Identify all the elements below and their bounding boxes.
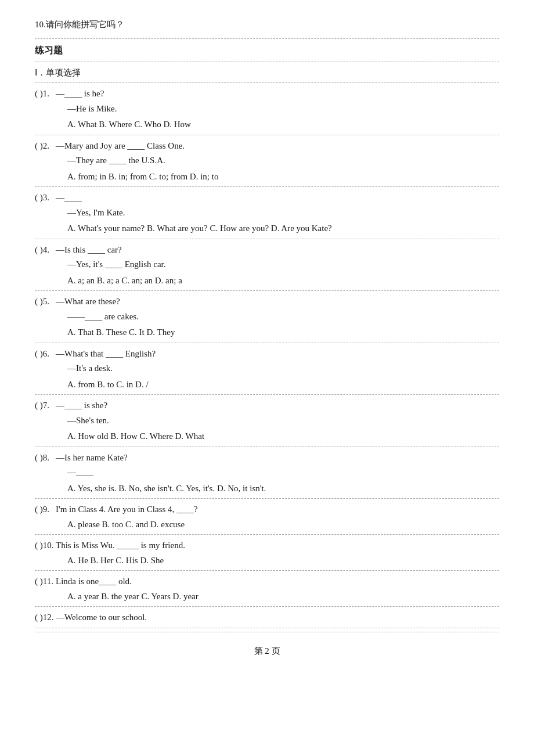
question-text-4: —Is this ____ car? bbox=[56, 243, 499, 258]
page-footer: 第 2 页 bbox=[35, 644, 499, 659]
question-divider-5 bbox=[35, 343, 499, 343]
question-line-10: ( )10.This is Miss Wu. _____ is my frien… bbox=[35, 538, 499, 553]
answer-line-3: —Yes, I'm Kate. bbox=[35, 206, 499, 221]
options-line-10: A. He B. Her C. His D. She bbox=[35, 553, 499, 568]
question-block-4: ( )4.—Is this ____ car?—Yes, it's ____ E… bbox=[35, 243, 499, 289]
divider-1 bbox=[35, 38, 499, 39]
answer-line-4: —Yes, it's ____ English car. bbox=[35, 257, 499, 272]
question-divider-7 bbox=[35, 447, 499, 447]
options-line-11: A. a year B. the year C. Years D. year bbox=[35, 589, 499, 604]
answer-line-6: —It's a desk. bbox=[35, 361, 499, 376]
options-line-7: A. How old B. How C. Where D. What bbox=[35, 429, 499, 444]
question-block-5: ( )5.—What are these?——____ are cakes.A.… bbox=[35, 294, 499, 340]
question-line-7: ( )7.—____ is she? bbox=[35, 398, 499, 413]
question-line-8: ( )8.—Is her name Kate? bbox=[35, 451, 499, 466]
top-question: 10.请问你能拼写它吗？ bbox=[35, 17, 499, 33]
question-block-6: ( )6.—What's that ____ English?—It's a d… bbox=[35, 347, 499, 393]
question-num-8: ( )8. bbox=[35, 451, 56, 466]
question-divider-12 bbox=[35, 628, 499, 628]
question-text-6: —What's that ____ English? bbox=[56, 347, 499, 362]
question-num-11: ( )11. bbox=[35, 574, 56, 589]
answer-line-7: —She's ten. bbox=[35, 413, 499, 429]
question-line-3: ( )3.—____ bbox=[35, 190, 499, 206]
question-num-3: ( )3. bbox=[35, 190, 56, 206]
question-divider-11 bbox=[35, 606, 499, 607]
question-line-9: ( )9.I'm in Class 4. Are you in Class 4,… bbox=[35, 502, 499, 517]
answer-line-1: —He is Mike. bbox=[35, 102, 499, 117]
question-text-7: —____ is she? bbox=[56, 398, 499, 413]
question-block-1: ( )1.—____ is he?—He is Mike.A. What B. … bbox=[35, 87, 499, 132]
answer-line-2: —They are ____ the U.S.A. bbox=[35, 153, 499, 168]
options-line-1: A. What B. Where C. Who D. How bbox=[35, 117, 499, 132]
question-text-5: —What are these? bbox=[56, 294, 499, 309]
question-divider-4 bbox=[35, 290, 499, 291]
question-text-3: —____ bbox=[56, 190, 499, 206]
questions-container: ( )1.—____ is he?—He is Mike.A. What B. … bbox=[35, 87, 499, 628]
question-divider-9 bbox=[35, 534, 499, 535]
question-line-6: ( )6.—What's that ____ English? bbox=[35, 347, 499, 362]
question-text-12: —Welcome to our school. bbox=[56, 610, 499, 625]
question-line-5: ( )5.—What are these? bbox=[35, 294, 499, 309]
question-text-9: I'm in Class 4. Are you in Class 4, ____… bbox=[56, 502, 499, 517]
options-line-6: A. from B. to C. in D. / bbox=[35, 377, 499, 393]
question-text-8: —Is her name Kate? bbox=[56, 451, 499, 466]
divider-footer bbox=[35, 632, 499, 632]
question-num-9: ( )9. bbox=[35, 502, 56, 517]
question-num-2: ( )2. bbox=[35, 139, 56, 154]
question-line-4: ( )4.—Is this ____ car? bbox=[35, 243, 499, 258]
divider-3 bbox=[35, 82, 499, 83]
question-num-1: ( )1. bbox=[35, 87, 56, 102]
question-block-11: ( )11.Linda is one____ old.A. a year B. … bbox=[35, 574, 499, 604]
options-line-9: A. please B. too C. and D. excuse bbox=[35, 517, 499, 532]
question-num-7: ( )7. bbox=[35, 398, 56, 413]
question-block-12: ( )12.—Welcome to our school. bbox=[35, 610, 499, 625]
question-divider-8 bbox=[35, 498, 499, 499]
options-line-2: A. from; in B. in; from C. to; from D. i… bbox=[35, 170, 499, 185]
question-block-3: ( )3.—____—Yes, I'm Kate.A. What's your … bbox=[35, 190, 499, 236]
question-text-10: This is Miss Wu. _____ is my friend. bbox=[56, 538, 499, 553]
question-num-10: ( )10. bbox=[35, 538, 56, 553]
question-block-2: ( )2.—Mary and Joy are ____ Class One.—T… bbox=[35, 139, 499, 185]
question-num-12: ( )12. bbox=[35, 610, 56, 625]
question-divider-2 bbox=[35, 186, 499, 187]
options-line-3: A. What's your name? B. What are you? C.… bbox=[35, 221, 499, 236]
options-line-8: A. Yes, she is. B. No, she isn't. C. Yes… bbox=[35, 481, 499, 496]
question-num-4: ( )4. bbox=[35, 243, 56, 258]
subsection-label: Ⅰ．单项选择 bbox=[35, 66, 499, 81]
question-text-11: Linda is one____ old. bbox=[56, 574, 499, 589]
question-block-9: ( )9.I'm in Class 4. Are you in Class 4,… bbox=[35, 502, 499, 532]
question-line-12: ( )12.—Welcome to our school. bbox=[35, 610, 499, 625]
question-divider-10 bbox=[35, 570, 499, 571]
question-divider-3 bbox=[35, 239, 499, 239]
options-line-5: A. That B. These C. It D. They bbox=[35, 325, 499, 340]
question-divider-1 bbox=[35, 135, 499, 135]
question-divider-6 bbox=[35, 394, 499, 395]
question-block-7: ( )7.—____ is she?—She's ten.A. How old … bbox=[35, 398, 499, 444]
question-line-2: ( )2.—Mary and Joy are ____ Class One. bbox=[35, 139, 499, 154]
section-title: 练习题 bbox=[35, 42, 499, 58]
question-text-2: —Mary and Joy are ____ Class One. bbox=[56, 139, 499, 154]
question-num-6: ( )6. bbox=[35, 347, 56, 362]
answer-line-5: ——____ are cakes. bbox=[35, 309, 499, 325]
divider-2 bbox=[35, 62, 499, 62]
question-num-5: ( )5. bbox=[35, 294, 56, 309]
question-block-8: ( )8.—Is her name Kate?—____A. Yes, she … bbox=[35, 451, 499, 496]
options-line-4: A. a; an B. a; a C. an; an D. an; a bbox=[35, 273, 499, 289]
question-line-11: ( )11.Linda is one____ old. bbox=[35, 574, 499, 589]
question-text-1: —____ is he? bbox=[56, 87, 499, 102]
question-block-10: ( )10.This is Miss Wu. _____ is my frien… bbox=[35, 538, 499, 568]
answer-line-8: —____ bbox=[35, 465, 499, 480]
question-line-1: ( )1.—____ is he? bbox=[35, 87, 499, 102]
